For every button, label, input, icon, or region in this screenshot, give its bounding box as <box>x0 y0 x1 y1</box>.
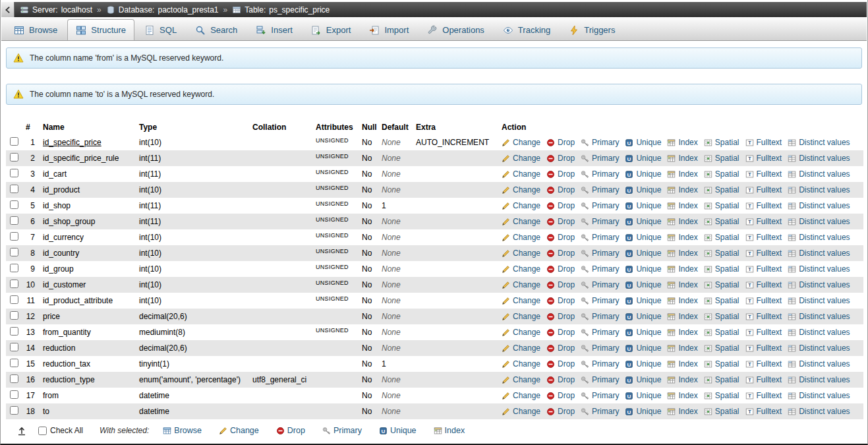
row-action-index[interactable]: Index <box>667 328 697 337</box>
row-action-primary[interactable]: Primary <box>581 138 619 147</box>
row-action-unique[interactable]: Unique <box>625 233 661 242</box>
row-action-drop[interactable]: Drop <box>546 280 575 289</box>
row-action-index[interactable]: Index <box>667 185 697 194</box>
row-checkbox[interactable] <box>10 153 18 162</box>
row-action-drop[interactable]: Drop <box>546 375 575 384</box>
row-action-change[interactable]: Change <box>502 264 540 274</box>
row-checkbox[interactable] <box>10 343 18 351</box>
tab-import[interactable]: Import <box>361 19 417 40</box>
row-action-change[interactable]: Change <box>502 169 540 179</box>
row-checkbox[interactable] <box>10 200 18 209</box>
tab-structure[interactable]: Structure <box>67 19 134 40</box>
row-action-distinct-values[interactable]: Distinct values <box>788 138 850 147</box>
row-action-unique[interactable]: Unique <box>625 359 661 369</box>
row-action-index[interactable]: Index <box>667 312 697 321</box>
row-action-index[interactable]: Index <box>667 407 697 416</box>
tab-search[interactable]: Search <box>187 19 246 40</box>
row-checkbox[interactable] <box>10 406 18 415</box>
row-action-drop[interactable]: Drop <box>546 312 575 321</box>
row-action-unique[interactable]: Unique <box>625 138 661 147</box>
row-action-spatial[interactable]: Spatial <box>704 280 739 289</box>
row-checkbox[interactable] <box>10 185 18 193</box>
row-action-change[interactable]: Change <box>502 375 540 384</box>
row-action-drop[interactable]: Drop <box>546 264 575 274</box>
row-action-index[interactable]: Index <box>667 391 697 400</box>
row-checkbox[interactable] <box>10 248 18 256</box>
row-checkbox[interactable] <box>10 232 18 241</box>
row-action-change[interactable]: Change <box>502 217 540 226</box>
row-action-spatial[interactable]: Spatial <box>704 249 739 258</box>
row-action-distinct-values[interactable]: Distinct values <box>788 185 850 194</box>
scroll-top-button[interactable] <box>16 425 27 436</box>
row-checkbox[interactable] <box>10 216 18 225</box>
row-action-fulltext[interactable]: Fulltext <box>745 169 782 179</box>
row-action-primary[interactable]: Primary <box>581 233 619 242</box>
row-action-index[interactable]: Index <box>667 154 697 163</box>
row-action-fulltext[interactable]: Fulltext <box>745 407 782 416</box>
row-action-distinct-values[interactable]: Distinct values <box>788 343 850 353</box>
row-action-change[interactable]: Change <box>502 391 540 400</box>
row-action-drop[interactable]: Drop <box>546 343 575 353</box>
breadcrumb-item-server[interactable]: Server: localhost <box>20 5 92 15</box>
with-selected-action-browse[interactable]: Browse <box>163 426 202 435</box>
row-action-fulltext[interactable]: Fulltext <box>745 312 782 321</box>
row-checkbox[interactable] <box>10 169 18 177</box>
row-action-distinct-values[interactable]: Distinct values <box>788 328 850 337</box>
row-action-drop[interactable]: Drop <box>546 233 575 242</box>
row-action-drop[interactable]: Drop <box>546 328 575 337</box>
with-selected-action-change[interactable]: Change <box>219 426 259 435</box>
row-action-distinct-values[interactable]: Distinct values <box>788 249 850 258</box>
row-action-primary[interactable]: Primary <box>581 328 619 337</box>
row-action-fulltext[interactable]: Fulltext <box>745 233 782 242</box>
row-action-distinct-values[interactable]: Distinct values <box>788 154 850 163</box>
row-action-spatial[interactable]: Spatial <box>704 201 739 210</box>
row-action-unique[interactable]: Unique <box>625 154 661 163</box>
row-action-change[interactable]: Change <box>502 201 540 210</box>
row-action-drop[interactable]: Drop <box>546 407 575 416</box>
row-action-distinct-values[interactable]: Distinct values <box>788 217 850 226</box>
row-action-primary[interactable]: Primary <box>581 169 619 179</box>
row-action-spatial[interactable]: Spatial <box>704 154 739 163</box>
row-action-change[interactable]: Change <box>502 407 540 416</box>
row-action-spatial[interactable]: Spatial <box>704 328 739 337</box>
row-action-drop[interactable]: Drop <box>546 185 575 194</box>
row-action-unique[interactable]: Unique <box>625 185 661 194</box>
row-action-spatial[interactable]: Spatial <box>704 391 739 400</box>
row-action-unique[interactable]: Unique <box>625 312 661 321</box>
row-action-change[interactable]: Change <box>502 359 540 369</box>
row-action-change[interactable]: Change <box>502 154 540 163</box>
row-action-primary[interactable]: Primary <box>581 201 619 210</box>
row-action-unique[interactable]: Unique <box>625 201 661 210</box>
row-action-change[interactable]: Change <box>502 328 540 337</box>
row-action-index[interactable]: Index <box>667 359 697 369</box>
row-action-unique[interactable]: Unique <box>625 169 661 179</box>
row-checkbox[interactable] <box>10 390 18 399</box>
row-checkbox[interactable] <box>10 359 18 367</box>
with-selected-action-drop[interactable]: Drop <box>276 426 305 435</box>
row-action-drop[interactable]: Drop <box>546 201 575 210</box>
check-all-checkbox[interactable] <box>38 427 47 435</box>
row-action-change[interactable]: Change <box>502 296 540 305</box>
row-action-spatial[interactable]: Spatial <box>704 375 739 384</box>
row-action-unique[interactable]: Unique <box>625 343 661 353</box>
row-action-index[interactable]: Index <box>667 280 697 289</box>
row-action-primary[interactable]: Primary <box>581 296 619 305</box>
row-checkbox[interactable] <box>10 137 18 146</box>
row-action-change[interactable]: Change <box>502 233 540 242</box>
tab-export[interactable]: Export <box>303 19 360 40</box>
row-action-fulltext[interactable]: Fulltext <box>745 343 782 353</box>
row-action-index[interactable]: Index <box>667 296 697 305</box>
row-action-change[interactable]: Change <box>502 249 540 258</box>
row-action-change[interactable]: Change <box>502 312 540 321</box>
row-action-fulltext[interactable]: Fulltext <box>745 185 782 194</box>
row-action-spatial[interactable]: Spatial <box>704 233 739 242</box>
row-action-spatial[interactable]: Spatial <box>704 185 739 194</box>
row-action-unique[interactable]: Unique <box>625 375 661 384</box>
row-action-fulltext[interactable]: Fulltext <box>745 280 782 289</box>
row-action-fulltext[interactable]: Fulltext <box>745 154 782 163</box>
row-action-drop[interactable]: Drop <box>546 359 575 369</box>
row-checkbox[interactable] <box>10 311 18 320</box>
row-action-fulltext[interactable]: Fulltext <box>745 201 782 210</box>
row-checkbox[interactable] <box>10 327 18 336</box>
row-checkbox[interactable] <box>10 295 18 304</box>
